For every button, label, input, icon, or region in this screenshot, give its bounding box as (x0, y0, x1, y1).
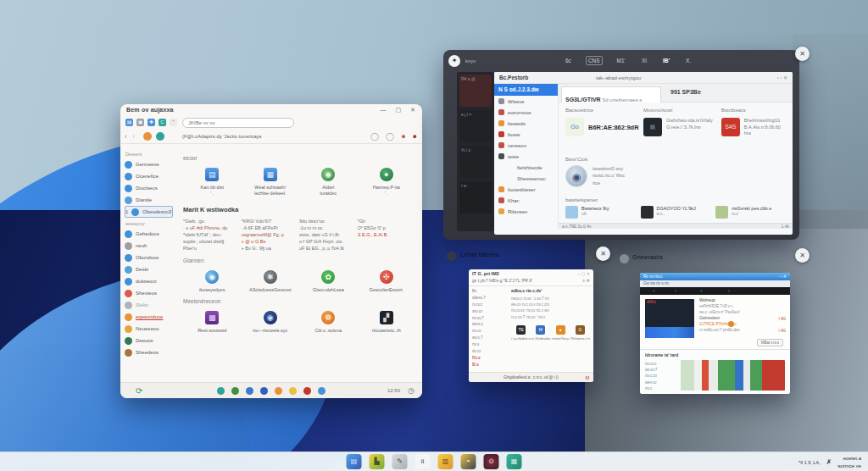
filmstrip-thumb[interactable]: t w · (459, 181, 492, 213)
inner-sidebar-item[interactable]: fielshiiecde (494, 162, 558, 173)
app-tile[interactable]: ◉ ikuseyedyes (183, 270, 242, 293)
teal-badge-icon[interactable] (156, 132, 164, 141)
taskbar-app-icon[interactable]: ✎ (392, 454, 408, 469)
app-tile[interactable]: ❁ Citr.c..scteva (299, 311, 358, 334)
close-icon[interactable]: ✕ (410, 107, 415, 117)
toolbar-icon[interactable]: ✚ (147, 119, 155, 126)
sidebar-item[interactable]: Shevteos (125, 287, 175, 299)
content-card[interactable]: ▦ Gwhchwo-tda.is'iVtlaly G.rete.t' S.7k. (643, 118, 711, 136)
app-tile[interactable]: ● Hannep.P-tia ' . (358, 168, 416, 197)
status-app-icon[interactable] (260, 387, 268, 395)
toolbar-icon[interactable]: ˇ (170, 119, 177, 126)
menu-item[interactable]: CNS (586, 56, 603, 65)
inner-window-controls[interactable]: ▫ ▫ ✕ (776, 75, 787, 80)
tab-active[interactable]: SG3L/GTIVR Sd.urtebtemaes.s (561, 86, 661, 103)
sidebar-item[interactable]: Ocenefice (125, 170, 175, 182)
menu-item[interactable]: XI (640, 57, 648, 64)
sidebar-item[interactable]: Gehedoos (125, 228, 175, 240)
sidebar-item[interactable]: eqesvnduce (125, 311, 175, 323)
clock-icon[interactable]: ◷ (408, 386, 415, 396)
status-app-icon[interactable] (289, 387, 297, 395)
sidebar-item[interactable]: Neueeeoo (125, 323, 175, 335)
filmstrip-thumb[interactable]: e.j.l = (459, 110, 492, 142)
sidebar-item[interactable]: Diucisecs (125, 182, 175, 194)
nav-right-icon[interactable]: ● (401, 132, 405, 141)
inner-sidebar-item[interactable]: teste (494, 151, 558, 162)
app-tile[interactable]: ◉ rtu—rteceets.syc (242, 311, 300, 334)
app-tile[interactable]: ✣ GesculterEscert. (358, 270, 416, 293)
inner-sidebar-item[interactable]: Sheessenoc: (494, 173, 558, 184)
app-tile[interactable]: ✱ ASctsduessGevecet (242, 270, 300, 293)
thumbnail-window-1[interactable]: IT G. prt IM2 – ▢ ✕ gs t.yb.7 hiB'e.g *E… (469, 269, 593, 382)
status-app-icon[interactable] (275, 387, 282, 395)
tab-secondary[interactable]: 991 SP3Be (670, 89, 701, 95)
taskbar-app-icon[interactable]: ii (415, 454, 431, 469)
app-tile[interactable]: ▩ Reet.scesssid (183, 311, 242, 334)
taskbar-app-icon[interactable]: ▥ (438, 454, 453, 469)
minimize-icon[interactable]: — (381, 107, 387, 117)
sidebar-item[interactable]: Deski (125, 263, 175, 275)
sidebar-item[interactable]: Genneeve (125, 158, 175, 170)
inner-sidebar-item[interactable]: bewede (494, 118, 558, 129)
sidebar-item[interactable]: dukisecvi (125, 275, 175, 287)
mini-card[interactable]: Bwwrtecs 9ty vA (565, 206, 641, 219)
taskview-close-button[interactable]: ✕ (596, 247, 610, 261)
taskbar-app-icon[interactable]: ◓ (461, 454, 476, 469)
globe-card[interactable]: ◉ tiewstiretG wry rtowc.rtu.c' Mvc rtce (565, 165, 625, 187)
search-input[interactable] (182, 118, 294, 128)
inner-sidebar-selected[interactable]: N S od.J.2.3.dw (494, 84, 558, 96)
inner-sidebar-item[interactable]: nereeon (494, 140, 558, 151)
nav-right-icon[interactable]: ◯ (386, 132, 394, 141)
toolbar-icon[interactable]: ▣ (136, 119, 144, 126)
tray-pen-icon[interactable]: ✗ (826, 458, 832, 466)
thumbnail-window-2[interactable]: Rc ru rtv.c – ✕ Gw rtw rtv s rtv · ·· ≡ … (640, 273, 790, 394)
app-tile[interactable]: ◉ Aldtel turatdec (299, 168, 358, 197)
sidebar-item[interactable]: Slelts (125, 299, 175, 311)
taskbar-app-icon[interactable]: ▦ (507, 454, 522, 469)
window-software-manager[interactable]: Bem ov aujaxxa — ▢ ✕ ▤ ▣ ✚ C ˇ (120, 104, 422, 398)
sidebar-item[interactable]: Deeuce (125, 335, 175, 346)
taskbar-app-icon[interactable]: ▤ (347, 454, 362, 469)
orange-badge-icon[interactable] (143, 132, 152, 141)
inner-sidebar-item[interactable]: Rtlensev (494, 206, 558, 217)
filmstrip-thumb[interactable]: %.| ≡ (459, 146, 492, 178)
inner-sidebar-item[interactable]: footesbieser (494, 184, 558, 195)
refresh-icon[interactable]: ⟳ (136, 386, 142, 396)
app-tile[interactable]: ▤ Kan./dr.dist ' . (183, 168, 242, 197)
sidebar-item[interactable]: Diande (125, 194, 175, 206)
mini-card[interactable]: DGAOYOO YL'9kJ w.c.. (641, 206, 716, 219)
sidebar-item-selected[interactable]: 1 Obeodesco3 (125, 206, 173, 218)
menu-item[interactable]: IB' (661, 57, 671, 64)
filmstrip-thumb[interactable]: R# a ▥ (459, 75, 492, 107)
taskbar-clock[interactable]: ecetet.a sormce ve (837, 455, 861, 470)
toolbar-icon[interactable]: C (159, 119, 166, 126)
menu-item[interactable]: 6c (564, 57, 573, 64)
back-icon[interactable]: ‹ (125, 132, 127, 141)
nav-right-icon[interactable]: ◯ (370, 132, 379, 141)
status-app-icon[interactable] (231, 387, 239, 395)
mini-card[interactable]: rtsGvrski pes.cbb.e rv.c' (715, 206, 791, 219)
content-card[interactable]: Go B6R:AE:862:9dR (565, 118, 633, 136)
toolbar-icon[interactable]: ▤ (125, 119, 133, 126)
app-tile[interactable]: ▦ Weal schisash/ lechlse delseel. (242, 168, 300, 197)
status-app-icon[interactable] (217, 387, 225, 395)
status-app-icon[interactable] (246, 387, 253, 395)
inner-sidebar-item[interactable]: boew (494, 129, 558, 140)
status-app-icon[interactable] (318, 387, 326, 395)
sidebar-item[interactable]: Sheedeos (125, 346, 175, 358)
status-app-icon[interactable] (303, 387, 311, 395)
content-card[interactable]: S4S BhehrinssirhrgG1 B.A.Ats.rr.8.06.60 (721, 118, 789, 137)
window-dark-app[interactable]: ✦ knyv 6c CNS M1' XI IB' X. R# a ▥ e.j.l… (443, 50, 799, 240)
maximize-icon[interactable]: ▢ (396, 107, 402, 117)
taskbar-app-icon[interactable]: ▙ (370, 454, 385, 469)
taskbar-app-icon[interactable]: ✿ (484, 454, 499, 469)
nav-right-icon[interactable]: ● (413, 132, 417, 141)
sidebar-item[interactable]: Okondoos (125, 252, 175, 263)
inner-sidebar-item[interactable]: Wiseve (494, 96, 558, 107)
inner-sidebar-item[interactable]: evevrnove (494, 107, 558, 118)
forward-icon[interactable]: › (132, 132, 135, 141)
taskview-close-button[interactable]: ✕ (795, 248, 810, 263)
menu-item[interactable]: M1' (615, 57, 627, 64)
tray-icons[interactable]: *4 1 9, LA, (798, 460, 821, 465)
app-tile[interactable]: ✿ Gitec+dehLsea (299, 270, 358, 293)
